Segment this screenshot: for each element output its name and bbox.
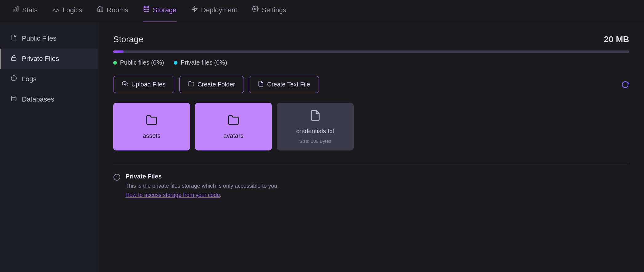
sidebar-label-databases: Databases — [22, 95, 54, 103]
private-dot — [174, 61, 177, 65]
nav-label-stats: Stats — [22, 0, 38, 21]
sidebar-item-databases[interactable]: Databases — [0, 89, 98, 110]
logs-icon — [11, 75, 17, 83]
text-file-icon — [258, 81, 264, 88]
logics-icon: <> — [52, 0, 59, 21]
nav-label-logics: Logics — [63, 0, 82, 21]
svg-rect-6 — [12, 58, 16, 60]
file-grid: assets avatars credentials.txt Size: 189… — [113, 103, 629, 150]
storage-nav-icon — [143, 0, 150, 21]
nav-item-storage[interactable]: Storage — [143, 0, 177, 22]
nav-item-logics[interactable]: <> Logics — [52, 0, 82, 22]
progress-bar-fill — [113, 50, 124, 53]
storage-header: Storage 20 MB — [113, 34, 629, 44]
avatars-folder-icon — [228, 114, 239, 129]
svg-rect-0 — [13, 9, 14, 11]
top-nav: Stats <> Logics Rooms Storage Deployment… — [0, 0, 644, 22]
deployment-icon — [191, 0, 198, 21]
legend-public: Public files (0%) — [113, 59, 164, 66]
info-title: Private Files — [125, 173, 279, 180]
storage-legend: Public files (0%) Private files (0%) — [113, 59, 629, 66]
nav-item-deployment[interactable]: Deployment — [191, 0, 237, 22]
credentials-size: Size: 189 Bytes — [299, 138, 331, 144]
sidebar-item-private-files[interactable]: Private Files — [0, 49, 98, 69]
nav-label-storage: Storage — [153, 0, 177, 21]
info-description: This is the private files storage which … — [125, 182, 279, 190]
nav-item-settings[interactable]: Settings — [252, 0, 286, 22]
storage-title: Storage — [113, 34, 143, 44]
private-files-icon — [11, 55, 17, 63]
svg-point-3 — [144, 6, 149, 8]
nav-label-settings: Settings — [262, 0, 286, 21]
assets-folder-icon — [146, 114, 157, 129]
info-link-suffix: . — [220, 193, 221, 198]
sidebar: Public Files Private Files Logs Database… — [0, 22, 98, 272]
stats-icon — [12, 0, 19, 21]
nav-label-deployment: Deployment — [201, 0, 237, 21]
file-card-avatars[interactable]: avatars — [195, 103, 272, 150]
svg-point-10 — [12, 96, 16, 98]
info-content: Private Files This is the private files … — [125, 173, 279, 198]
refresh-button[interactable] — [621, 81, 629, 89]
section-divider — [113, 163, 629, 163]
nav-item-stats[interactable]: Stats — [12, 0, 38, 22]
assets-label: assets — [143, 132, 161, 139]
create-text-file-label: Create Text File — [267, 81, 310, 88]
public-files-icon — [11, 34, 17, 42]
settings-icon — [252, 0, 259, 21]
legend-public-label: Public files (0%) — [120, 59, 164, 66]
info-section: Private Files This is the private files … — [113, 173, 629, 198]
sidebar-item-public-files[interactable]: Public Files — [0, 28, 98, 49]
public-dot — [113, 61, 117, 65]
upload-files-button[interactable]: Upload Files — [113, 76, 174, 93]
file-card-assets[interactable]: assets — [113, 103, 190, 150]
upload-icon — [122, 81, 128, 88]
avatars-label: avatars — [223, 132, 244, 139]
svg-marker-4 — [192, 6, 197, 11]
sidebar-item-logs[interactable]: Logs — [0, 69, 98, 89]
svg-rect-2 — [17, 6, 18, 11]
credentials-name: credentials.txt — [296, 128, 334, 135]
storage-size: 20 MB — [604, 34, 629, 44]
svg-rect-1 — [15, 8, 16, 11]
nav-item-rooms[interactable]: Rooms — [97, 0, 128, 22]
action-buttons: Upload Files Create Folder Create Text F… — [113, 76, 629, 93]
folder-icon — [188, 81, 194, 88]
file-card-credentials[interactable]: credentials.txt Size: 189 Bytes — [277, 103, 354, 150]
sidebar-label-logs: Logs — [22, 75, 37, 83]
credentials-file-icon — [309, 110, 321, 124]
storage-progress-bar — [113, 50, 629, 53]
create-folder-label: Create Folder — [197, 81, 235, 88]
info-link[interactable]: How to access storage from your code — [125, 192, 220, 198]
sidebar-label-public-files: Public Files — [22, 34, 56, 42]
upload-files-label: Upload Files — [131, 81, 165, 88]
legend-private: Private files (0%) — [174, 59, 227, 66]
nav-label-rooms: Rooms — [107, 0, 128, 21]
info-icon — [113, 174, 121, 183]
rooms-icon — [97, 0, 104, 21]
main-layout: Public Files Private Files Logs Database… — [0, 22, 644, 272]
sidebar-label-private-files: Private Files — [22, 55, 59, 63]
svg-point-5 — [254, 8, 256, 10]
create-folder-button[interactable]: Create Folder — [179, 76, 244, 93]
main-content: Storage 20 MB Public files (0%) Private … — [98, 22, 644, 272]
legend-private-label: Private files (0%) — [181, 59, 227, 66]
create-text-file-button[interactable]: Create Text File — [249, 76, 319, 93]
databases-icon — [11, 95, 17, 103]
